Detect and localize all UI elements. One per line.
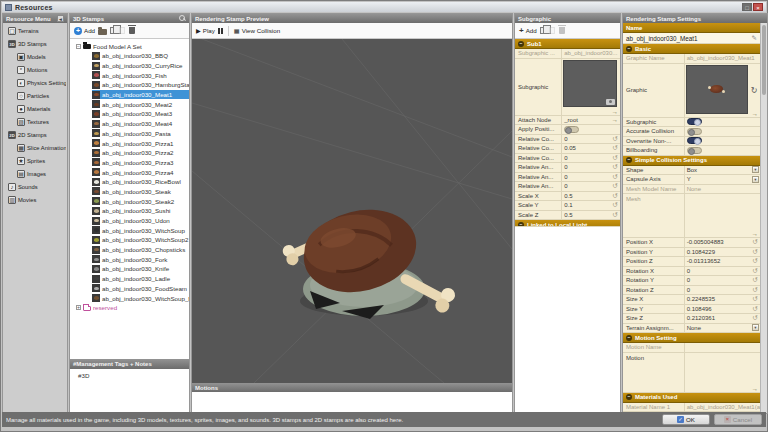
section-collapse-icon[interactable]: − (626, 157, 632, 163)
property-value[interactable]: 0.5↺ (562, 211, 620, 220)
reset-icon[interactable]: ↺ (753, 305, 760, 313)
close-button[interactable]: × (753, 3, 763, 11)
tree-item[interactable]: ab_obj_indoor030_Pizza2 (92, 148, 189, 158)
section-collapse-icon[interactable]: − (518, 41, 524, 47)
replace-graphic-icon[interactable]: ↻ (751, 86, 758, 95)
tree-root-folder[interactable]: − Food Model A Set (76, 41, 189, 51)
menu-item-physics-settings[interactable]: ◐Physics Settings (17, 78, 66, 88)
property-value[interactable]: 0↺ (685, 286, 760, 295)
tree-item[interactable]: ab_obj_indoor030_Meat3 (92, 109, 189, 119)
menu-item-terrains[interactable]: ▢Terrains (8, 26, 66, 36)
menu-item-movies[interactable]: ▥Movies (8, 195, 66, 205)
nav-arrow-icon[interactable]: → (752, 385, 759, 392)
nav-arrow-icon[interactable]: → (612, 116, 621, 123)
menu-item-sounds[interactable]: ♪Sounds (8, 182, 66, 192)
property-value[interactable]: 0.1084229↺ (685, 248, 760, 257)
section-header-motion-setting[interactable]: −Motion Setting (623, 333, 760, 343)
property-value[interactable]: 0.2248535↺ (685, 295, 760, 304)
toggle-switch[interactable] (564, 126, 579, 133)
toggle-switch[interactable] (687, 147, 702, 154)
tree-item[interactable]: ab_obj_indoor030_RiceBowl (92, 177, 189, 187)
menu-item-textures[interactable]: ▨Textures (17, 117, 66, 127)
reset-icon[interactable]: ↺ (613, 135, 620, 143)
nav-arrow-icon[interactable]: → (612, 108, 619, 115)
tree-item[interactable]: ab_obj_indoor030_Pizza3 (92, 158, 189, 168)
menu-item-particles[interactable]: ○Particles (17, 91, 66, 101)
property-value[interactable]: 0.2120361↺ (685, 314, 760, 323)
tree-item[interactable]: ab_obj_indoor030_WitchSoup2 (92, 235, 189, 245)
tree-item[interactable]: ab_obj_indoor030_Meat2 (92, 99, 189, 109)
settings-scrollbar[interactable] (760, 23, 767, 413)
reserved-folder[interactable]: + reserved (76, 303, 189, 313)
reset-icon[interactable]: ↺ (613, 154, 620, 162)
expand-expander-icon[interactable]: + (76, 305, 81, 310)
graphic-preview-box[interactable] (686, 65, 748, 114)
property-value[interactable]: 0↺ (562, 135, 620, 144)
delete-icon[interactable] (559, 27, 565, 34)
section-header-basic[interactable]: −Basic (623, 44, 760, 54)
menu-item-images[interactable]: ▤Images (17, 169, 66, 179)
duplicate-icon[interactable] (110, 27, 116, 34)
tree-item[interactable]: ab_obj_indoor030_BBQ (92, 51, 189, 61)
menu-item-motions[interactable]: *Motions (17, 65, 66, 75)
tree-item[interactable]: ab_obj_indoor030_Meat1 (92, 90, 189, 100)
reset-icon[interactable]: ↺ (753, 276, 760, 284)
tree-item[interactable]: ab_obj_indoor030_Pizza1 (92, 138, 189, 148)
property-value[interactable]: Box▾ (685, 166, 760, 175)
reset-icon[interactable]: ↺ (753, 286, 760, 294)
graphic-preview-cell[interactable]: ↻→ (685, 64, 760, 117)
motions-list[interactable] (192, 392, 512, 413)
tree-item[interactable]: ab_obj_indoor030_Udon (92, 216, 189, 226)
property-value[interactable]: 0↺ (562, 163, 620, 172)
duplicate-icon[interactable] (540, 27, 546, 34)
section-collapse-icon[interactable]: − (626, 335, 632, 341)
pause-button[interactable] (218, 28, 223, 34)
property-value[interactable] (562, 125, 620, 134)
tree-item[interactable]: ab_obj_indoor030_CurryRice (92, 61, 189, 71)
property-value[interactable] (685, 146, 760, 155)
reset-icon[interactable]: ↺ (753, 248, 760, 256)
reset-icon[interactable]: ↺ (613, 144, 620, 152)
property-value[interactable]: 0.5↺ (562, 192, 620, 201)
reset-icon[interactable]: ↺ (753, 314, 760, 322)
section-header-simple-collision-settings[interactable]: −Simple Collision Settings (623, 156, 760, 166)
property-value[interactable]: _root→ (562, 116, 620, 125)
dropdown-button[interactable]: ▾ (752, 324, 759, 331)
menu-item-slice-animation[interactable]: ▦Slice Animation (17, 143, 66, 153)
tree-item[interactable]: ab_obj_indoor030_Chopsticks (92, 245, 189, 255)
reset-icon[interactable]: ↺ (753, 295, 760, 303)
tree-item[interactable]: ab_obj_indoor030_WitchSoup_Bu (92, 293, 189, 303)
property-value[interactable]: -0.01313652↺ (685, 257, 760, 266)
section-collapse-icon[interactable]: − (626, 46, 632, 52)
export-icon[interactable] (549, 27, 555, 34)
tags-notes-field[interactable]: #3D (70, 369, 189, 413)
add-stamp-button[interactable]: + Add (74, 27, 95, 35)
toggle-switch[interactable] (687, 137, 702, 144)
property-value[interactable]: 0↺ (562, 182, 620, 191)
dropdown-button[interactable]: ▾ (752, 166, 759, 173)
3d-viewport[interactable] (192, 39, 512, 383)
section-header-materials-used[interactable]: −Materials Used (623, 393, 760, 403)
property-value[interactable]: 0.1↺ (562, 201, 620, 210)
maximize-button[interactable]: □ (742, 3, 752, 11)
ok-button[interactable]: ✓ OK (662, 414, 710, 425)
edit-pencil-icon[interactable]: ✎ (752, 34, 757, 42)
toggle-switch[interactable] (687, 128, 702, 135)
reset-icon[interactable]: ↺ (613, 182, 620, 190)
tree-item[interactable]: ab_obj_indoor030_Steak (92, 187, 189, 197)
add-subgraphic-button[interactable]: + Add (519, 27, 537, 35)
section-header-name[interactable]: Name (623, 23, 760, 33)
subgraphic-preview-box[interactable] (563, 60, 617, 107)
toggle-switch[interactable] (687, 118, 702, 125)
tree-item[interactable]: ab_obj_indoor030_FoodSteam (92, 284, 189, 294)
play-button[interactable]: ▶ Play (196, 27, 215, 34)
export-icon[interactable] (119, 27, 125, 34)
menu-item-2d-stamps[interactable]: 2D2D Stamps (8, 130, 66, 140)
delete-icon[interactable] (129, 27, 135, 34)
section-collapse-icon[interactable]: − (626, 394, 632, 400)
tree-item[interactable]: ab_obj_indoor030_HamburgStak (92, 80, 189, 90)
property-value[interactable]: 0↺ (685, 276, 760, 285)
property-value[interactable]: 0.05↺ (562, 144, 620, 153)
property-value[interactable]: Y▾ (685, 175, 760, 184)
tree-item[interactable]: ab_obj_indoor030_Fish (92, 70, 189, 80)
